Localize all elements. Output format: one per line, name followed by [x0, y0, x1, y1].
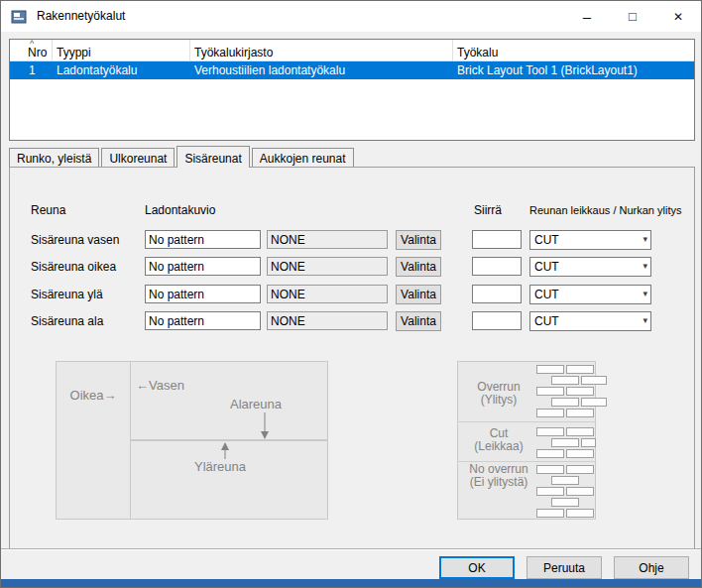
window-controls: – □ ✕: [564, 1, 701, 32]
peruuta-button[interactable]: Peruuta: [526, 556, 602, 579]
header-ladontakuvio: Ladontakuvio: [145, 203, 215, 217]
cell-nro: 1: [10, 63, 36, 77]
cut-select[interactable]: CUT: [529, 257, 651, 277]
siirra-input[interactable]: [472, 311, 522, 330]
brick: [551, 476, 579, 485]
edge-diagram-left-cell: [56, 361, 131, 520]
arrow-down-icon: [260, 412, 270, 439]
minimize-button[interactable]: –: [564, 1, 610, 32]
pattern-input[interactable]: [145, 285, 261, 303]
brick: [551, 498, 579, 507]
library-input[interactable]: [267, 257, 388, 276]
titlebar[interactable]: Rakennetyökalut – □ ✕: [1, 1, 701, 32]
cut-select-wrap: CUT ▾: [529, 311, 651, 331]
tab-ulkoreunat[interactable]: Ulkoreunat: [101, 148, 175, 167]
pattern-input[interactable]: [145, 230, 261, 249]
maximize-icon: □: [629, 9, 637, 24]
library-input[interactable]: [267, 285, 388, 303]
siirra-input[interactable]: [472, 230, 522, 249]
cell-tyokalu: Brick Layout Tool 1 (BrickLayout1): [453, 63, 694, 77]
ok-button[interactable]: OK: [439, 556, 515, 579]
valinta-button[interactable]: Valinta: [396, 257, 441, 277]
maximize-button[interactable]: □: [610, 1, 655, 32]
cut-select-wrap: CUT ▾: [529, 230, 651, 250]
label-alareuna: Alareuna: [230, 397, 282, 412]
tab-panel-sisareunat: Reuna Ladontakuvio Siirrä Reunan leikkau…: [9, 167, 695, 548]
tab-runko-yleista[interactable]: Runko, yleistä: [9, 148, 99, 167]
arrow-left-icon: ←: [136, 378, 149, 393]
label-ylareuna: Yläreuna: [194, 459, 246, 474]
arrow-right-icon: →: [103, 388, 116, 403]
cut-select[interactable]: CUT: [529, 311, 651, 331]
minimize-icon: –: [583, 8, 591, 25]
app-icon: [11, 9, 27, 25]
close-button[interactable]: ✕: [655, 1, 701, 32]
brick: [536, 465, 564, 474]
brick: [536, 427, 564, 436]
arrow-up-icon: [220, 442, 230, 459]
column-header-tyyppi[interactable]: Tyyppi: [53, 40, 190, 61]
close-icon: ✕: [673, 10, 683, 24]
library-input[interactable]: [267, 230, 388, 249]
label-no-overrun: No overrun (Ei ylitystä): [457, 463, 540, 489]
tool-list-header: ^ Nro Tyyppi Työkalukirjasto Työkalu: [10, 40, 694, 61]
bottom-accent-strip: [1, 579, 701, 587]
brick: [536, 509, 564, 518]
label-oikea: Oikea→: [56, 388, 131, 403]
edge-diagram-top-cell: [130, 361, 328, 440]
label-overrun: Overrun (Ylitys): [457, 381, 540, 407]
label-vasen: ←Vasen: [136, 378, 184, 393]
brick: [566, 387, 594, 396]
brick: [536, 487, 564, 496]
pattern-input[interactable]: [145, 257, 261, 276]
brick: [536, 409, 564, 417]
brick: [566, 365, 594, 374]
valinta-button[interactable]: Valinta: [396, 285, 441, 304]
ohje-button[interactable]: Ohje: [614, 556, 689, 579]
window-title: Rakennetyökalut: [37, 9, 125, 23]
cut-select-wrap: CUT ▾: [529, 257, 651, 277]
cell-tyokalukirjasto: Verhoustiilien ladontatyökalu: [190, 63, 453, 77]
cut-select[interactable]: CUT: [529, 285, 651, 304]
valinta-button[interactable]: Valinta: [396, 230, 441, 250]
brick: [566, 465, 594, 474]
row-label-sisareuna-yla: Sisäreuna ylä: [31, 288, 103, 301]
header-leikkaus: Reunan leikkaus / Nurkan ylitys: [529, 204, 681, 216]
brick: [536, 387, 564, 396]
overrun-divider: [457, 421, 596, 422]
label-cut: Cut (Leikkaa): [457, 427, 540, 453]
column-header-tyokalu[interactable]: Työkalu: [453, 40, 694, 61]
brick: [566, 409, 594, 417]
brick: [536, 449, 564, 458]
siirra-input[interactable]: [472, 285, 522, 303]
brick: [566, 427, 594, 436]
row-label-sisareuna-vasen: Sisäreuna vasen: [31, 233, 119, 247]
cut-select-wrap: CUT ▾: [529, 285, 651, 304]
cut-select[interactable]: CUT: [529, 230, 651, 250]
brick: [581, 398, 607, 407]
brick: [566, 509, 594, 518]
row-label-sisareuna-oikea: Sisäreuna oikea: [31, 260, 116, 274]
column-header-tyokalukirjasto[interactable]: Työkalukirjasto: [190, 40, 453, 61]
brick: [581, 376, 607, 385]
tool-row-selected[interactable]: 1 Ladontatyökalu Verhoustiilien ladontat…: [10, 61, 694, 79]
brick: [566, 449, 594, 458]
tab-bar: Runko, yleistä Ulkoreunat Sisäreunat Auk…: [9, 146, 356, 168]
sort-ascending-icon: ^: [30, 40, 34, 49]
brick: [536, 365, 564, 374]
row-label-sisareuna-ala: Sisäreuna ala: [31, 314, 103, 328]
footer-separator: [1, 548, 702, 549]
column-header-nro[interactable]: ^ Nro: [10, 40, 53, 61]
dialog-rakennetyokalut: Rakennetyökalut – □ ✕ ^ Nro Tyyppi Työka…: [0, 0, 702, 588]
brick: [551, 376, 579, 385]
siirra-input[interactable]: [472, 257, 522, 276]
pattern-input[interactable]: [145, 311, 261, 330]
tab-aukkojen-reunat[interactable]: Aukkojen reunat: [252, 148, 354, 167]
tab-sisareunat[interactable]: Sisäreunat: [176, 146, 249, 168]
tool-list: ^ Nro Tyyppi Työkalukirjasto Työkalu 1 L…: [9, 39, 695, 141]
brick: [551, 438, 579, 447]
cell-tyyppi: Ladontatyökalu: [53, 63, 190, 77]
library-input[interactable]: [267, 311, 388, 330]
valinta-button[interactable]: Valinta: [396, 311, 441, 331]
brick: [566, 487, 594, 496]
